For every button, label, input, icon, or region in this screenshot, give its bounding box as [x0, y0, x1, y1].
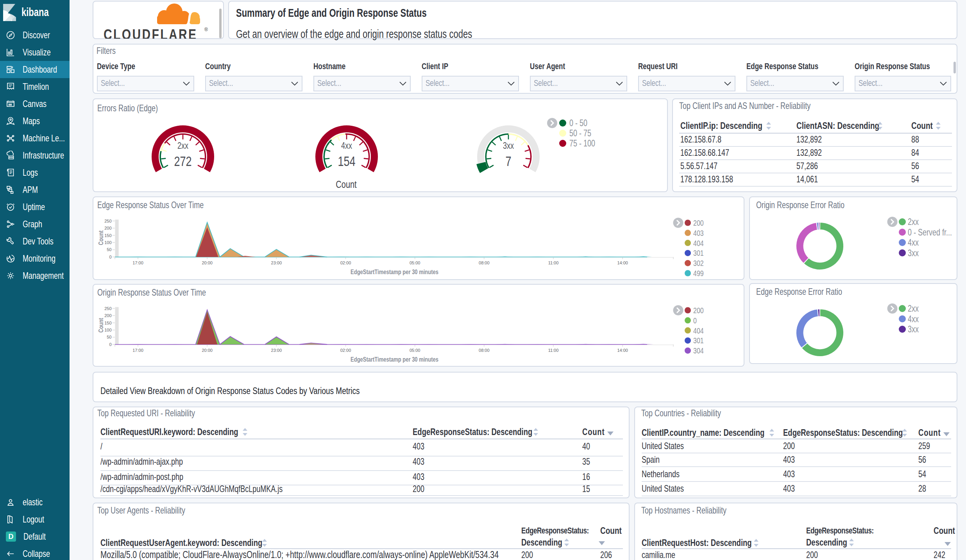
- svg-text:02:00: 02:00: [340, 348, 351, 353]
- svg-text:0: 0: [693, 316, 697, 325]
- svg-text:2xx: 2xx: [177, 141, 188, 151]
- svg-text:05:00: 05:00: [410, 260, 420, 265]
- svg-text:0: 0: [109, 342, 111, 347]
- svg-text:20:00: 20:00: [202, 260, 213, 265]
- svg-text:200: 200: [104, 226, 111, 230]
- svg-text:200: 200: [693, 306, 704, 315]
- svg-text:23:00: 23:00: [271, 348, 282, 353]
- svg-text:4xx: 4xx: [341, 141, 352, 151]
- svg-text:EdgeStartTimestamp per 30 minu: EdgeStartTimestamp per 30 minutes: [351, 355, 438, 363]
- svg-text:50 - 75: 50 - 75: [569, 128, 591, 138]
- svg-text:0: 0: [109, 255, 111, 259]
- svg-text:75 - 100: 75 - 100: [569, 138, 595, 148]
- svg-text:0 - 50: 0 - 50: [569, 118, 587, 128]
- svg-text:17:00: 17:00: [132, 260, 143, 265]
- svg-text:3xx: 3xx: [908, 248, 919, 258]
- svg-text:50: 50: [107, 247, 111, 252]
- svg-text:14:00: 14:00: [617, 348, 628, 353]
- svg-text:20:00: 20:00: [202, 348, 213, 353]
- svg-text:150: 150: [104, 321, 111, 325]
- svg-text:05:00: 05:00: [410, 348, 420, 353]
- svg-text:Count: Count: [336, 179, 357, 190]
- svg-text:08:00: 08:00: [479, 260, 490, 265]
- svg-text:301: 301: [693, 248, 704, 258]
- svg-text:250: 250: [104, 306, 111, 311]
- svg-text:2xx: 2xx: [908, 217, 919, 227]
- svg-text:50: 50: [107, 335, 111, 339]
- svg-text:Count: Count: [97, 318, 104, 333]
- svg-text:7: 7: [505, 154, 511, 169]
- svg-text:200: 200: [104, 313, 111, 318]
- svg-text:499: 499: [693, 269, 704, 278]
- svg-text:02:00: 02:00: [340, 260, 351, 265]
- svg-text:272: 272: [174, 154, 191, 169]
- svg-text:17:00: 17:00: [132, 348, 143, 353]
- svg-text:404: 404: [693, 326, 704, 335]
- svg-text:3xx: 3xx: [503, 141, 514, 151]
- svg-text:23:00: 23:00: [271, 260, 282, 265]
- svg-text:11:00: 11:00: [548, 260, 559, 265]
- svg-text:08:00: 08:00: [479, 348, 490, 353]
- svg-text:250: 250: [104, 219, 111, 223]
- svg-text:4xx: 4xx: [908, 237, 919, 248]
- svg-text:11:00: 11:00: [548, 348, 559, 353]
- svg-text:154: 154: [338, 154, 355, 169]
- svg-text:14:00: 14:00: [617, 260, 628, 265]
- svg-text:CLOUDFLARE: CLOUDFLARE: [104, 26, 198, 39]
- svg-text:404: 404: [693, 238, 704, 248]
- svg-text:304: 304: [693, 346, 704, 355]
- svg-text:200: 200: [693, 218, 704, 228]
- svg-text:100: 100: [104, 240, 111, 245]
- svg-text:302: 302: [693, 259, 704, 268]
- svg-text:301: 301: [693, 336, 704, 345]
- svg-text:3xx: 3xx: [908, 324, 919, 334]
- svg-text:2xx: 2xx: [908, 303, 919, 314]
- svg-text:4xx: 4xx: [908, 314, 919, 324]
- svg-text:403: 403: [693, 228, 704, 238]
- svg-text:EdgeStartTimestamp per 30 minu: EdgeStartTimestamp per 30 minutes: [351, 268, 438, 275]
- svg-text:0 - Served fr...: 0 - Served fr...: [908, 227, 952, 237]
- svg-text:Count: Count: [97, 230, 104, 245]
- svg-text:150: 150: [104, 233, 111, 238]
- svg-text:100: 100: [104, 328, 111, 332]
- svg-text:®: ®: [204, 27, 208, 32]
